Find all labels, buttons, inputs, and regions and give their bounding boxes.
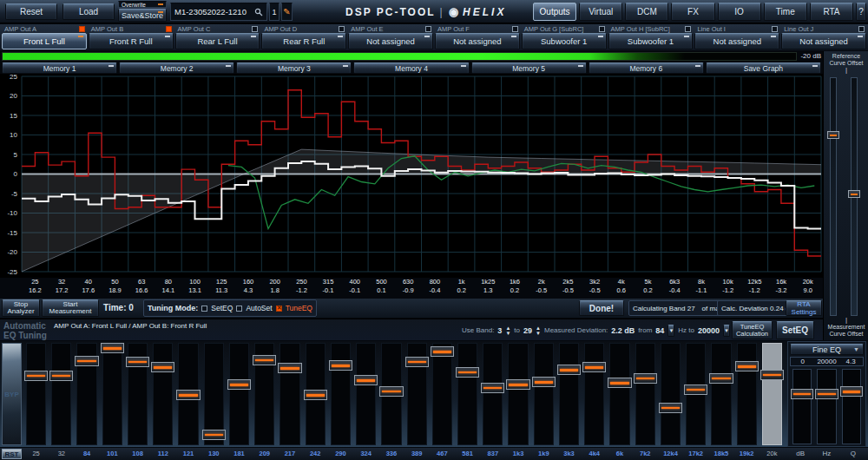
eq-band-handle-19k2[interactable] <box>735 361 759 371</box>
tuning-mode-checkbox-tuneeq[interactable] <box>276 306 282 312</box>
eq-band-handle-108[interactable] <box>126 357 149 367</box>
band-from-stepper[interactable]: ▲▼ <box>505 325 510 336</box>
fine-eq-handle[interactable] <box>815 389 838 399</box>
eq-band-track[interactable] <box>711 343 731 445</box>
eq-band-handle-25[interactable] <box>24 371 48 381</box>
edit-button[interactable]: ✎ <box>281 3 293 21</box>
eq-band-track[interactable] <box>762 343 782 445</box>
memory-5-button[interactable]: Memory 5 <box>471 62 587 74</box>
band-to-stepper[interactable]: ▲▼ <box>536 325 541 336</box>
eq-band-handle-130[interactable] <box>202 430 226 440</box>
eq-band-track[interactable] <box>661 343 681 445</box>
fine-eq-handle[interactable] <box>791 389 813 399</box>
eq-band-track[interactable] <box>635 343 655 445</box>
channel-assignment-button[interactable]: Not assigned <box>435 33 520 49</box>
bypass-button[interactable]: BYP <box>2 343 22 445</box>
eq-band-handle-112[interactable] <box>151 362 174 372</box>
channel-checkbox[interactable] <box>772 26 778 32</box>
search-icon[interactable] <box>254 8 263 16</box>
eq-band-handle-1k9[interactable] <box>532 377 556 387</box>
channel-assignment-button[interactable]: Rear R Full <box>261 33 346 49</box>
eq-band-handle-242[interactable] <box>304 390 327 400</box>
channel-checkbox[interactable] <box>858 26 865 32</box>
eq-band-handle-20k[interactable] <box>760 370 784 380</box>
eq-band-track[interactable] <box>102 343 122 445</box>
channel-checkbox[interactable] <box>339 26 345 32</box>
memory-2-button[interactable]: Memory 2 <box>119 62 234 74</box>
eq-band-handle-101[interactable] <box>101 343 124 353</box>
done-button[interactable]: Done! <box>579 300 624 316</box>
eq-band-handle-581[interactable] <box>456 367 479 378</box>
eq-band-track[interactable] <box>534 343 554 445</box>
eq-band-handle-217[interactable] <box>278 363 301 373</box>
eq-band-handle-4k4[interactable] <box>582 362 606 372</box>
save-graph-button[interactable]: Save Graph <box>706 62 821 74</box>
device-name-field[interactable]: M1-23052022-1210 <box>170 3 267 21</box>
channel-assignment-button[interactable]: Not assigned <box>781 33 866 49</box>
eq-band-handle-121[interactable] <box>176 390 200 400</box>
rta-settings-button[interactable]: RTA Settings <box>786 300 822 316</box>
eq-band-handle-32[interactable] <box>49 371 73 381</box>
eq-band-handle-7k2[interactable] <box>634 373 657 384</box>
eq-band-handle-467[interactable] <box>431 346 454 357</box>
fine-eq-dropdown[interactable]: Fine EQ▼ <box>790 344 864 355</box>
nav-virtual-button[interactable]: Virtual <box>579 3 622 21</box>
nav-outputs-button[interactable]: Outputs <box>533 3 576 21</box>
memory-1-button[interactable]: Memory 1 <box>2 62 117 74</box>
eq-band-handle-209[interactable] <box>253 355 276 365</box>
nav-dcm-button[interactable]: DCM <box>625 3 668 21</box>
preset-count[interactable]: 1 <box>269 3 279 21</box>
memory-3-button[interactable]: Memory 3 <box>236 62 352 74</box>
freq-from-dropdown[interactable]: ▼ <box>667 325 674 337</box>
tuneeq-calculation-button[interactable]: TuneEQCalculation <box>732 321 773 339</box>
nav-fx-button[interactable]: FX <box>671 3 714 21</box>
channel-assignment-button[interactable]: Subwoofer 1 <box>522 33 607 49</box>
eq-band-handle-324[interactable] <box>354 375 378 385</box>
eq-band-handle-3k3[interactable] <box>557 365 581 375</box>
eq-band-handle-17k2[interactable] <box>684 384 707 395</box>
eq-band-track[interactable] <box>584 343 604 445</box>
nav-help-button[interactable]: ? <box>856 3 866 21</box>
nav-time-button[interactable]: Time <box>764 3 807 21</box>
channel-assignment-button[interactable]: Front R Full <box>89 33 174 49</box>
memory-4-button[interactable]: Memory 4 <box>353 62 469 74</box>
eq-band-track[interactable] <box>432 343 452 445</box>
eq-band-track[interactable] <box>457 343 477 445</box>
fine-eq-track[interactable] <box>817 369 836 444</box>
measurement-offset-handle[interactable] <box>848 190 860 198</box>
channel-assignment-button[interactable]: Front L Full <box>2 33 87 49</box>
eq-band-track[interactable] <box>51 343 71 445</box>
fine-eq-track[interactable] <box>792 369 812 444</box>
eq-band-track[interactable] <box>153 343 173 445</box>
channel-checkbox[interactable] <box>252 26 258 32</box>
save-store-button[interactable]: Save&Store <box>118 9 167 22</box>
reference-offset-handle[interactable] <box>827 131 839 139</box>
eq-band-handle-181[interactable] <box>227 379 251 390</box>
reference-curve-offset-slider[interactable] <box>830 77 837 316</box>
channel-checkbox[interactable] <box>79 26 85 32</box>
channel-assignment-button[interactable]: Subwoofer 1 <box>608 33 694 49</box>
channel-checkbox[interactable] <box>599 26 605 32</box>
eq-band-track[interactable] <box>331 343 351 445</box>
eq-band-handle-1k3[interactable] <box>506 379 529 390</box>
eq-band-track[interactable] <box>229 343 249 445</box>
tuning-mode-checkbox-autoset[interactable] <box>236 306 242 312</box>
nav-io-button[interactable]: IO <box>718 3 761 21</box>
channel-assignment-button[interactable]: Rear L Full <box>175 33 260 49</box>
nav-rta-button[interactable]: RTA <box>810 3 853 21</box>
start-measurement-button[interactable]: StartMeasurement <box>42 299 99 317</box>
eq-band-handle-18k5[interactable] <box>709 373 733 384</box>
fine-eq-track[interactable] <box>842 369 861 444</box>
fine-eq-handle[interactable] <box>840 386 863 397</box>
eq-band-track[interactable] <box>26 343 46 445</box>
channel-assignment-button[interactable]: Not assigned <box>348 33 433 49</box>
measurement-curve-offset-slider[interactable] <box>851 77 858 316</box>
channel-checkbox[interactable] <box>425 26 431 32</box>
channel-assignment-button[interactable]: Not assigned <box>694 33 779 49</box>
channel-checkbox[interactable] <box>512 26 518 32</box>
eq-band-handle-837[interactable] <box>481 383 504 393</box>
seteq-button[interactable]: SetEQ <box>776 321 814 339</box>
eq-band-track[interactable] <box>737 343 757 445</box>
channel-checkbox[interactable] <box>685 26 691 32</box>
eq-band-track[interactable] <box>559 343 579 445</box>
